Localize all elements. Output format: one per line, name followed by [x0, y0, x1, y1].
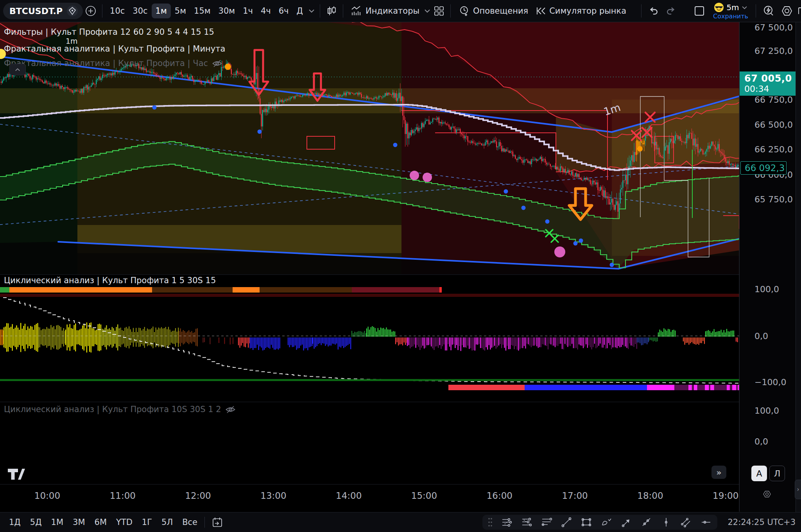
alerts-button[interactable]: Оповещения [454, 3, 532, 19]
timeframe-30м[interactable]: 30м [215, 4, 239, 18]
timeframe-dropdown-button[interactable] [307, 7, 316, 15]
drawing-tool-parallel-channel[interactable] [680, 516, 692, 528]
clock-timezone[interactable]: 22:24:25 UTC+3 [728, 518, 796, 527]
eye-off-icon[interactable] [225, 405, 236, 414]
auto-scale-button[interactable]: А [751, 466, 767, 481]
symbol-label: BTCUSDT.P [9, 6, 63, 16]
timeframe-10с[interactable]: 10с [106, 4, 129, 18]
log-scale-button[interactable]: Л [769, 466, 785, 481]
drag-handle-icon[interactable] [488, 517, 493, 527]
clipped-edge-icon [796, 5, 801, 17]
timeframe-15м[interactable]: 15м [190, 4, 215, 18]
legend-filters[interactable]: Фильтры | Культ Профита 12 60 2 90 5 4 4… [4, 27, 214, 37]
layout-name-label: 5m [726, 4, 739, 11]
price-tick: 67 250,0 [754, 46, 793, 56]
bottom-toolbar: 1Д5Д1М3М6МYTD1Г5ЛВсе 22:24:25 UTC+3 [0, 512, 801, 532]
range-5Д[interactable]: 5Д [27, 516, 45, 529]
timeframe-30с[interactable]: 30с [129, 4, 151, 18]
drawing-tool-trend-line[interactable] [561, 516, 572, 528]
date-range-group: 1Д5Д1М3М6МYTD1Г5ЛВсе [5, 516, 201, 529]
indicator-scale-tick: 0,0 [754, 331, 768, 341]
timeframe-1ч[interactable]: 1ч [239, 4, 257, 18]
drawing-tool-arrow-marker[interactable] [620, 516, 632, 528]
time-label: 12:00 [185, 491, 211, 501]
range-5Л[interactable]: 5Л [158, 516, 176, 529]
timeframe-5м[interactable]: 5м [171, 4, 190, 18]
symbol-diamond-icon [66, 5, 78, 17]
maximize-pane-button[interactable]: » [711, 466, 726, 479]
price-tick: 66 750,0 [754, 95, 793, 105]
toolbar-separator [204, 517, 205, 528]
toolbar-separator [320, 4, 320, 18]
timeframe-1м[interactable]: 1м [152, 4, 171, 18]
legend-cyclic-1-label: Циклический анализ | Культ Профита 1 5 3… [4, 276, 216, 285]
tradingview-window: BTCUSDT.P 10с30с1м5м15м30м1ч4ч6чД Индика… [0, 0, 801, 532]
price-tick: 66 500,0 [754, 120, 793, 130]
legend-fractal-minute-label: Фрактальная аналитика | Культ Профита | … [4, 44, 225, 54]
time-label: 13:00 [260, 491, 286, 501]
layout-grid-button[interactable] [431, 3, 447, 19]
undo-button[interactable] [645, 3, 662, 19]
range-1Д[interactable]: 1Д [5, 516, 24, 529]
layout-save-cluster[interactable]: 5m Сохранить [713, 2, 748, 20]
open-watchlist-tab[interactable]: › [795, 480, 801, 499]
drawing-tool-vertical-line[interactable] [660, 516, 672, 528]
legend-cyclic-1[interactable]: Циклический анализ | Культ Профита 1 5 3… [4, 276, 216, 285]
legend-collapse-button[interactable] [9, 64, 26, 75]
indicators-button[interactable]: Индикаторы [347, 3, 423, 19]
drawing-tool-rectangle[interactable] [581, 516, 592, 528]
indicator-scale-tick: 100,0 [754, 284, 779, 294]
time-label: 14:00 [336, 491, 362, 501]
save-button[interactable]: Сохранить [713, 13, 748, 20]
drawing-tool-horizontal-lines[interactable] [541, 516, 552, 528]
quick-search-button[interactable] [760, 3, 778, 19]
indicators-dropdown-button[interactable] [423, 7, 431, 15]
range-3М[interactable]: 3М [69, 516, 88, 529]
legend-fractal-hour[interactable]: Фрактальная аналитика | Культ Профита | … [4, 59, 222, 68]
time-label: 16:00 [487, 491, 512, 501]
redo-button[interactable] [662, 3, 679, 19]
chart-canvas[interactable]: 1m [0, 0, 801, 532]
timeframe-group: 10с30с1м5м15м30м1ч4ч6чД [106, 4, 307, 18]
indicator-scale-tick: 100,0 [754, 406, 779, 416]
legend-cyclic-2[interactable]: Циклический анализ | Культ Профита 10S 3… [4, 405, 236, 414]
legend-filters-label: Фильтры | Культ Профита 12 60 2 90 5 4 4… [4, 27, 214, 37]
current-price-badge: 67 005,0 00:34 [740, 71, 796, 96]
time-label: 15:00 [411, 491, 437, 501]
drawing-tool-lines-preset-1[interactable] [501, 516, 512, 528]
timeframe-Д[interactable]: Д [293, 4, 307, 18]
top-toolbar: BTCUSDT.P 10с30с1м5м15м30м1ч4ч6чД Индика… [0, 0, 801, 22]
price-tick: 66 250,0 [754, 145, 793, 154]
price-scale[interactable]: 67 005,0 00:34 66 092,3 67 500,067 250,0… [739, 22, 796, 512]
indicator-scale-tick: 0,0 [754, 437, 768, 446]
time-label: 10:00 [34, 491, 60, 501]
timeframe-4ч[interactable]: 4ч [257, 4, 275, 18]
replay-button[interactable]: Симулятор рынка [532, 4, 630, 18]
symbol-button[interactable]: BTCUSDT.P [3, 3, 83, 19]
range-YTD[interactable]: YTD [113, 516, 136, 529]
drawing-tool-lines-preset-2[interactable] [521, 516, 532, 528]
favorite-drawings-panel [482, 515, 717, 530]
compare-add-button[interactable] [83, 3, 99, 19]
eye-off-icon[interactable] [212, 59, 222, 68]
time-label: 19:00 [713, 491, 738, 501]
pane2-graphics [0, 287, 742, 390]
time-axis-settings-button[interactable] [760, 487, 774, 501]
layout-window-button[interactable] [690, 3, 709, 19]
range-1Г[interactable]: 1Г [138, 516, 156, 529]
go-to-date-button[interactable] [208, 515, 226, 530]
legend-fractal-minute[interactable]: Фрактальная аналитика | Культ Профита | … [4, 44, 225, 54]
chart-type-button[interactable] [324, 3, 339, 19]
timeframe-6ч[interactable]: 6ч [275, 4, 293, 18]
range-Все[interactable]: Все [179, 516, 201, 529]
indicators-label: Индикаторы [366, 6, 419, 16]
range-6М[interactable]: 6М [91, 516, 110, 529]
drawing-tool-brush[interactable] [600, 516, 612, 528]
replay-label: Симулятор рынка [549, 6, 626, 16]
range-1М[interactable]: 1М [48, 516, 67, 529]
settings-hexagon-button[interactable] [778, 3, 796, 19]
tradingview-logo[interactable] [7, 467, 25, 483]
drawing-tool-ray[interactable] [640, 516, 652, 528]
drawing-tool-horizontal-ray[interactable] [700, 516, 712, 528]
toolbar-right-group: 5m Сохранить [638, 2, 798, 20]
